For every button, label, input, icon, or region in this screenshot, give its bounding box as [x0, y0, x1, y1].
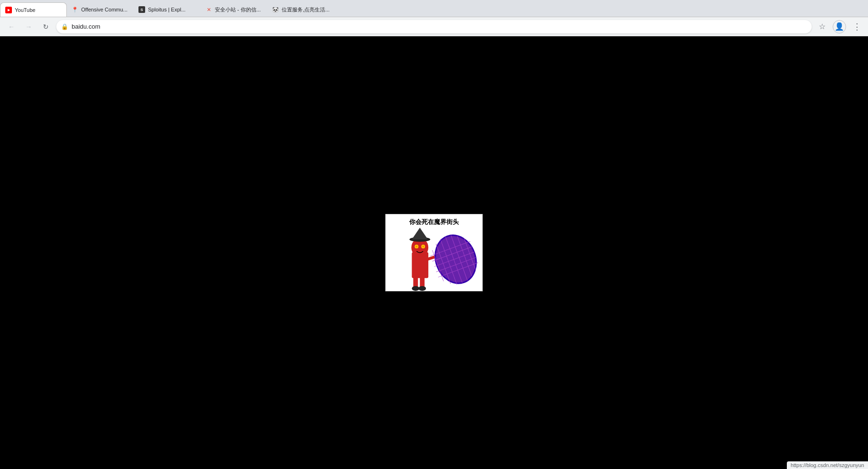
lock-icon: 🔒	[61, 23, 68, 30]
profile-icon: 👤	[835, 22, 844, 31]
tab-location[interactable]: 🐼 位置服务,点亮生活...	[267, 2, 334, 17]
address-input[interactable]	[56, 20, 812, 33]
tab-youtube-label: YouTube	[15, 7, 62, 13]
tab-youtube[interactable]: YouTube	[0, 2, 67, 17]
star-icon: ☆	[819, 22, 826, 31]
tab-bar: YouTube 📍 Offensive Commu... S Sploitus …	[0, 0, 868, 17]
refresh-icon: ↻	[43, 23, 49, 31]
status-bar: https://blog.csdn.net/szgyunyun	[787, 461, 868, 469]
svg-point-12	[418, 286, 426, 291]
tab-offensive-label: Offensive Commu...	[81, 7, 129, 12]
tab-offensive[interactable]: 📍 Offensive Commu...	[67, 2, 134, 17]
tab-sploitus-label: Sploitus | Expl...	[148, 7, 196, 12]
meme-text-element: 你会死在魔界街头	[409, 218, 459, 225]
tab-sploitus[interactable]: S Sploitus | Expl...	[134, 2, 201, 17]
location-favicon: 🐼	[272, 6, 279, 13]
three-dot-icon: ⋮	[853, 21, 861, 32]
browser-window: YouTube 📍 Offensive Commu... S Sploitus …	[0, 0, 868, 469]
forward-icon: →	[25, 23, 32, 31]
svg-point-7	[415, 245, 417, 247]
tab-anquan[interactable]: ✕ 安全小站 - 你的信...	[201, 2, 267, 17]
sploitus-favicon: S	[138, 6, 145, 13]
svg-rect-10	[420, 276, 424, 288]
meme-svg: 你会死在魔界街头	[385, 214, 483, 291]
address-wrapper: 🔒	[56, 20, 812, 33]
menu-button[interactable]: ⋮	[850, 20, 863, 33]
tab-anquan-label: 安全小站 - 你的信...	[215, 6, 263, 13]
forward-button[interactable]: →	[22, 20, 35, 33]
youtube-favicon	[5, 7, 12, 13]
back-button[interactable]: ←	[5, 20, 18, 33]
tab-location-label: 位置服务,点亮生活...	[282, 6, 329, 13]
status-url: https://blog.csdn.net/szgyunyun	[791, 462, 864, 468]
bookmark-button[interactable]: ☆	[815, 20, 829, 33]
back-icon: ←	[8, 23, 15, 31]
refresh-button[interactable]: ↻	[39, 20, 53, 33]
offensive-favicon: 📍	[72, 6, 78, 13]
svg-point-11	[412, 286, 420, 291]
svg-rect-9	[413, 276, 418, 288]
content-area: 你会死在魔界街头	[0, 36, 868, 469]
svg-point-8	[422, 245, 424, 247]
meme-image: 你会死在魔界街头	[385, 214, 483, 291]
profile-button[interactable]: 👤	[833, 20, 846, 33]
address-bar: ← → ↻ 🔒 ☆ 👤 ⋮	[0, 17, 868, 36]
anquan-favicon: ✕	[205, 6, 212, 13]
